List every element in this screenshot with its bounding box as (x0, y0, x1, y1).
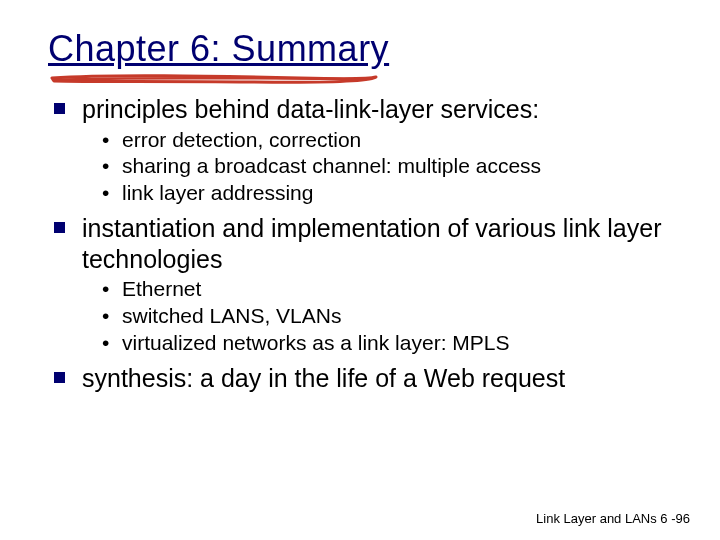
bullet-list: principles behind data-link-layer servic… (48, 94, 672, 393)
sub-list: Ethernet switched LANS, VLANs virtualize… (82, 276, 672, 357)
sub-bullet-text: switched LANS, VLANs (122, 304, 341, 327)
sub-bullet-text: Ethernet (122, 277, 201, 300)
slide-title: Chapter 6: Summary (48, 28, 672, 70)
sub-bullet-text: link layer addressing (122, 181, 313, 204)
bullet-text: synthesis: a day in the life of a Web re… (82, 364, 565, 392)
list-item: virtualized networks as a link layer: MP… (102, 330, 672, 357)
list-item: link layer addressing (102, 180, 672, 207)
list-item: error detection, correction (102, 127, 672, 154)
slide-footer: Link Layer and LANs 6 -96 (536, 511, 690, 526)
list-item: synthesis: a day in the life of a Web re… (48, 363, 672, 394)
sub-bullet-text: virtualized networks as a link layer: MP… (122, 331, 510, 354)
sub-bullet-text: error detection, correction (122, 128, 361, 151)
list-item: principles behind data-link-layer servic… (48, 94, 672, 207)
slide-content: principles behind data-link-layer servic… (48, 94, 672, 393)
list-item: switched LANS, VLANs (102, 303, 672, 330)
sub-list: error detection, correction sharing a br… (82, 127, 672, 208)
sub-bullet-text: sharing a broadcast channel: multiple ac… (122, 154, 541, 177)
bullet-text: instantiation and implementation of vari… (82, 214, 661, 273)
list-item: instantiation and implementation of vari… (48, 213, 672, 357)
bullet-text: principles behind data-link-layer servic… (82, 95, 539, 123)
underline-stroke-icon (50, 72, 380, 86)
list-item: Ethernet (102, 276, 672, 303)
list-item: sharing a broadcast channel: multiple ac… (102, 153, 672, 180)
